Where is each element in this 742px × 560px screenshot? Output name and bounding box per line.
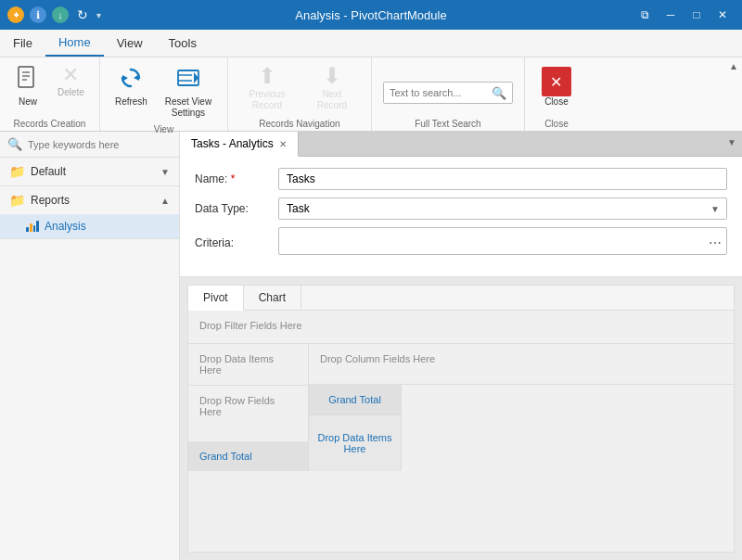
ribbon-group-items: New ✕ Delete [7, 61, 92, 117]
svg-marker-5 [122, 75, 128, 82]
name-input[interactable] [278, 168, 727, 190]
maximize-button[interactable]: □ [684, 6, 709, 24]
analysis-label: Analysis [45, 220, 86, 233]
ribbon: New ✕ Delete Records Creation Re [0, 57, 742, 132]
pivot-grand-total-header: Grand Total [309, 385, 401, 415]
title-bar: ✦ ℹ ↓ ↻ ▾ Analysis - PivotChartModule ⧉ … [0, 0, 742, 30]
minimize-button[interactable]: ─ [659, 6, 683, 24]
close-group-label: Close [532, 117, 581, 129]
delete-label: Delete [58, 87, 84, 98]
name-label: Name: * [195, 172, 278, 185]
pivot-data-items-zone[interactable]: Drop Data Items Here [188, 344, 309, 386]
pivot-row-zone[interactable]: Drop Row Fields Here [188, 386, 309, 441]
sidebar-group-reports-header[interactable]: 📁 Reports ▲ [0, 186, 179, 214]
menu-file[interactable]: File [0, 30, 45, 57]
pivot-filter-zone[interactable]: Drop Filter Fields Here [188, 311, 734, 344]
search-group-label: Full Text Search [379, 117, 517, 129]
pivot-tabs: Pivot Chart [188, 286, 734, 311]
search-icon: 🔍 [492, 86, 506, 100]
restore-button[interactable]: ⧉ [633, 6, 657, 24]
svg-marker-4 [134, 74, 139, 81]
tab-tasks-analytics[interactable]: Tasks - Analytics ✕ [180, 132, 299, 157]
close-button[interactable]: ✕ [710, 6, 735, 24]
folder-icon: 📁 [9, 164, 25, 179]
sidebar-search: 🔍 [0, 132, 179, 158]
records-creation-label: Records Creation [7, 117, 92, 129]
refresh-button[interactable]: Refresh [108, 61, 155, 111]
analysis-bar-icon [26, 221, 39, 232]
close-ribbon-label: Close [544, 96, 569, 108]
refresh-ribbon-icon [118, 65, 144, 95]
menu-home[interactable]: Home [45, 30, 104, 57]
pivot-grid: Grand Total Drop Data Items Here [309, 385, 734, 471]
data-type-label: Data Type: [195, 202, 278, 215]
new-button[interactable]: New [7, 61, 48, 111]
prev-record-button: ⬆ Previous Record [236, 61, 299, 115]
pivot-left: Drop Data Items Here Drop Row Fields Her… [188, 344, 309, 552]
next-record-label: Next Record [308, 89, 356, 111]
delete-button: ✕ Delete [50, 61, 92, 102]
criteria-wrapper: ⋯ [278, 227, 727, 258]
full-text-search[interactable]: 🔍 [383, 82, 513, 104]
menu-view[interactable]: View [104, 30, 156, 57]
refresh-label: Refresh [115, 96, 147, 108]
ribbon-group-close: ✕ Close Close [525, 57, 588, 131]
ribbon-view-items: Refresh Reset View Settings [108, 61, 220, 122]
sidebar-search-icon: 🔍 [7, 137, 22, 151]
sidebar: 🔍 📁 Default ▼ 📁 Reports ▲ [0, 132, 180, 560]
next-record-icon: ⬇ [323, 65, 341, 87]
sidebar-item-analysis[interactable]: Analysis [0, 214, 179, 238]
name-row: Name: * [195, 168, 727, 190]
tab-label: Tasks - Analytics [191, 137, 274, 150]
criteria-input[interactable] [278, 227, 727, 255]
pivot-area: Pivot Chart Drop Filter Fields Here Drop… [187, 285, 735, 553]
tab-collapse-button[interactable]: ▼ [727, 137, 736, 147]
reports-folder-icon: 📁 [9, 193, 25, 208]
ribbon-search-items: 🔍 [379, 61, 517, 117]
main-area: 🔍 📁 Default ▼ 📁 Reports ▲ [0, 132, 742, 560]
pivot-column-zone[interactable]: Drop Column Fields Here [309, 344, 734, 385]
prev-record-icon: ⬆ [258, 65, 276, 87]
next-record-button: ⬇ Next Record [301, 61, 364, 115]
refresh-icon[interactable]: ↻ [74, 6, 91, 23]
tab-close-button[interactable]: ✕ [279, 139, 287, 149]
ribbon-group-navigation: ⬆ Previous Record ⬇ Next Record Records … [228, 57, 372, 131]
pivot-main: Drop Data Items Here Drop Row Fields Her… [188, 344, 734, 552]
pivot-drop-data-items[interactable]: Drop Data Items Here [309, 415, 401, 471]
content-area: Tasks - Analytics ✕ ▼ Name: * Data Type: [180, 132, 742, 560]
sidebar-group-default: 📁 Default ▼ [0, 158, 179, 186]
ribbon-nav-items: ⬆ Previous Record ⬇ Next Record [236, 61, 364, 117]
ribbon-group-records-creation: New ✕ Delete Records Creation [0, 57, 100, 131]
pivot-tab-pivot[interactable]: Pivot [188, 286, 244, 311]
reset-view-button[interactable]: Reset View Settings [157, 61, 220, 122]
pivot-grand-total-row-label: Grand Total [188, 441, 309, 471]
search-input[interactable] [390, 87, 492, 98]
window-controls: ⧉ ─ □ ✕ [633, 6, 735, 24]
criteria-label: Criteria: [195, 236, 278, 249]
svg-rect-0 [19, 67, 33, 87]
reports-chevron: ▲ [160, 196, 170, 206]
reports-group-label: Reports [31, 194, 70, 207]
title-bar-left: ✦ ℹ ↓ ↻ ▾ [7, 6, 101, 23]
ribbon-close-items: ✕ Close [532, 61, 581, 117]
new-icon [15, 65, 41, 95]
sidebar-group-default-header[interactable]: 📁 Default ▼ [0, 158, 179, 185]
prev-record-label: Previous Record [243, 89, 291, 111]
criteria-menu-icon[interactable]: ⋯ [709, 235, 722, 250]
ribbon-collapse-button[interactable]: ▲ [729, 61, 738, 71]
delete-icon: ✕ [62, 65, 79, 85]
close-ribbon-icon: ✕ [542, 67, 571, 96]
menu-bar: File Home View Tools [0, 30, 742, 57]
menu-tools[interactable]: Tools [156, 30, 210, 57]
sidebar-search-input[interactable] [28, 139, 172, 150]
title-bar-chevron[interactable]: ▾ [96, 10, 101, 20]
pivot-grand-total-col: Grand Total Drop Data Items Here [309, 385, 402, 471]
data-type-select[interactable]: Task [278, 197, 727, 220]
criteria-row: Criteria: ⋯ [195, 227, 727, 258]
pivot-tab-chart[interactable]: Chart [244, 286, 301, 310]
tab-bar: Tasks - Analytics ✕ ▼ [180, 132, 742, 157]
app-icon-teal: ↓ [52, 6, 69, 23]
data-type-select-wrapper: Task ▼ [278, 197, 727, 220]
reset-view-label: Reset View Settings [164, 96, 212, 119]
close-ribbon-button[interactable]: ✕ Close [532, 61, 581, 113]
